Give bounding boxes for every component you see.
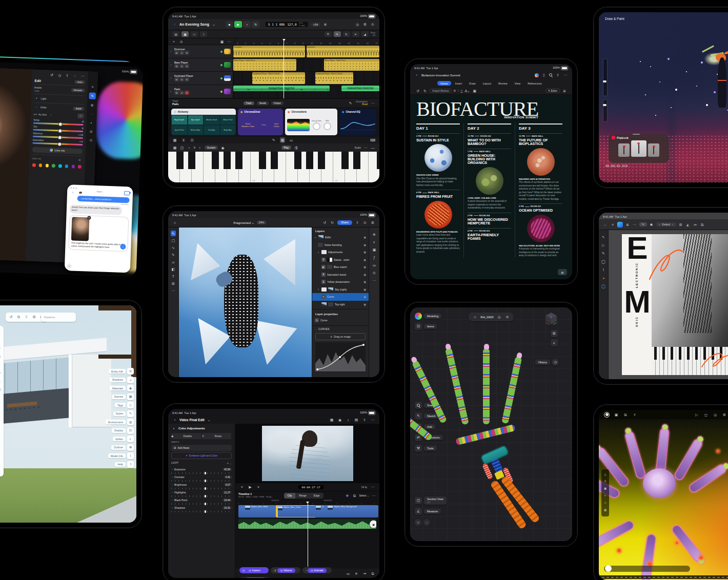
region-keys-2[interactable]: Keyboard Player - Block Chords	[315, 72, 353, 84]
more-icon[interactable]: ⋯	[370, 484, 375, 490]
confirm-icon[interactable]: ✓	[423, 519, 430, 526]
plugin-channel-eq[interactable]: ◉Channel EQ	[339, 109, 376, 135]
eye-icon[interactable]: ◉	[363, 273, 366, 276]
share-icon[interactable]: ⇧	[362, 417, 367, 423]
panel-button[interactable]: Soften	[113, 436, 134, 442]
duplicate-tool-icon[interactable]: ⧉	[325, 31, 332, 37]
export-icon[interactable]: ⇧	[355, 220, 360, 225]
track-row-drummer[interactable]: 1 Drummer MSR Drummer Drummer	[168, 45, 379, 58]
color-mix-button[interactable]: Color mix	[32, 147, 83, 154]
more-icon[interactable]: ⋯	[227, 39, 232, 45]
draft-text[interactable]: This might be the one! I made some quick…	[71, 241, 125, 250]
plugin-chromaverb[interactable]: ◉ChromaVerb Decay Time Wet	[285, 109, 337, 135]
heal-icon[interactable]: ◌	[89, 111, 94, 116]
undo-icon[interactable]: ↺	[322, 220, 327, 225]
duplicate-icon[interactable]: ⧉	[700, 222, 705, 227]
settings-icon[interactable]: ⚙	[31, 315, 37, 320]
robotic-hand-model[interactable]	[434, 340, 552, 494]
track-row-pads[interactable]: 4 Pads MSR Keyboard Player - Simple Pad …	[168, 85, 379, 98]
more-icon[interactable]: ⋯	[372, 278, 377, 283]
fill-color-swatch[interactable]: ●	[601, 275, 606, 281]
photoshop-screen[interactable]: 9:41 AM Tue 1 Apr 100% ⌂ Fragmented ⌄ 24…	[168, 211, 379, 377]
track-row-bass[interactable]: 2 Bass Player MSR Bass Player - Indie Di…	[168, 58, 379, 72]
eraser-tool[interactable]: ▱	[171, 259, 176, 265]
panel-button[interactable]: Entity Info	[109, 368, 134, 375]
timeline-zoom[interactable]: 74 %	[361, 486, 367, 489]
search-icon[interactable]	[415, 402, 422, 409]
eye-icon[interactable]: ◉	[363, 295, 366, 298]
color-channel-dot[interactable]	[71, 164, 75, 168]
shape-tool[interactable]: ◯	[601, 259, 606, 264]
cycle-button[interactable]: ↻	[252, 21, 259, 28]
chevron-down-icon[interactable]: ⌄	[211, 22, 216, 27]
undo-icon[interactable]: ↺	[415, 88, 420, 94]
bw-toggle[interactable]: B&W	[73, 107, 84, 111]
back-icon[interactable]: ‹	[70, 189, 75, 195]
flip-icon[interactable]: ◭	[685, 222, 691, 227]
alchemy-snapshot-cell[interactable]: Bright Synth	[171, 115, 188, 125]
mute-button[interactable]: M	[174, 64, 179, 68]
white-balance-row[interactable]: WB As shot ⌄ ∕	[33, 111, 84, 118]
ribbon-tab[interactable]: Layout	[480, 81, 494, 86]
brush-tool[interactable]: ⌇	[601, 267, 606, 273]
add-layer-icon[interactable]: ⊕	[372, 232, 377, 237]
panel-button-icon[interactable]	[127, 377, 134, 383]
shapr3d-screen[interactable]: Modeling ☷ Items ⌂ RH_0003 ◎ ⊖	[410, 307, 572, 541]
timeline-tool-button[interactable]: Inspect	[239, 567, 269, 573]
material-icon[interactable]: ◇	[603, 501, 608, 505]
word-screen[interactable]: 9:41 AM Tue 1 Apr 100% ‹ Biofacture Inno…	[410, 64, 572, 279]
plugin-chromaglow[interactable]: ◉ChromaGlow ModelModern Tube Drive Style…	[238, 109, 283, 135]
connect-clip-icon[interactable]: ✥	[345, 493, 350, 499]
color-slider[interactable]: ◔Shadows15.31	[171, 505, 232, 513]
affinity-screen[interactable]: 9:41 AM Tue 1 Apr 100% ← ≡ ≣ ⋯ ↖ ✱ ‹Defa…	[599, 213, 728, 379]
copilot-icon[interactable]	[535, 73, 539, 77]
loop-icon[interactable]: ◎	[713, 412, 718, 418]
open-icon[interactable]: ⧉	[15, 315, 22, 320]
panel-button[interactable]: Styles	[113, 410, 134, 417]
timeline-tool-button[interactable]: Volume	[271, 567, 300, 573]
measure-icon[interactable]: ∠	[415, 508, 422, 515]
masking-icon[interactable]: ◐	[89, 119, 94, 125]
arc-tool[interactable]: ◠	[0, 346, 2, 351]
properties-layer-row[interactable]: ✎Curve	[312, 317, 369, 324]
rect-tool[interactable]: ▭	[0, 355, 2, 359]
sync-icon[interactable]: ◎	[497, 314, 502, 320]
more-icon[interactable]: ⋯	[563, 72, 568, 78]
undo-icon[interactable]: ↺	[49, 72, 54, 78]
fade-tool-icon[interactable]: ◢	[361, 31, 369, 37]
camera-icon[interactable]: △	[603, 472, 608, 477]
add-track-icon[interactable]: +	[171, 39, 176, 45]
attachment-thumbnail[interactable]: ×	[71, 217, 90, 241]
eyedropper-icon[interactable]: ∕	[77, 113, 84, 118]
frame-thumbnail[interactable]	[618, 143, 630, 157]
solo-button[interactable]: S	[179, 77, 184, 81]
gradient-tool[interactable]: ◧	[171, 266, 176, 272]
mute-button[interactable]: M	[174, 91, 179, 95]
scrubber-knob[interactable]	[605, 565, 612, 572]
history-clock-icon[interactable]: ◷	[552, 359, 559, 366]
color-channel-dot[interactable]	[32, 163, 36, 167]
panel-button[interactable]: Display	[112, 427, 134, 434]
back-icon[interactable]: ‹	[172, 22, 177, 27]
edit-slider[interactable]: Tint0	[33, 125, 83, 132]
loop-browser-icon[interactable]: ◎	[355, 22, 360, 27]
color-slider[interactable]: ◔Contrast4.41	[171, 474, 232, 482]
record-enable-button[interactable]: R	[185, 91, 189, 95]
modeling-label[interactable]: Modeling	[424, 314, 441, 319]
color-channel-dot[interactable]	[39, 163, 43, 167]
document-pill[interactable]: ⌂ RH_0003 ◎ ⊖	[468, 313, 514, 321]
editors-icon[interactable]: ⌇	[200, 31, 207, 37]
lasso-tool[interactable]: ∿	[171, 245, 176, 251]
mute-button[interactable]: M	[174, 51, 179, 55]
font-name-select[interactable]: Antipol Medium	[430, 89, 452, 93]
mobile-view-icon[interactable]: ▯	[541, 72, 547, 78]
brush-size-slider[interactable]	[603, 58, 608, 96]
settings-icon[interactable]: ⚙	[722, 412, 727, 418]
share-button[interactable]: Share	[337, 220, 352, 225]
play-button[interactable]: ▶	[234, 21, 242, 28]
timeline-scrubber[interactable]	[604, 566, 690, 572]
procreate-canvas[interactable]: Draw & Paint Flipbook 00:00:03.019	[599, 12, 728, 182]
lcd-display[interactable]: 5 1 1 086 127,0 4/4C maj	[265, 21, 309, 28]
versions-icon[interactable]: ◷	[88, 137, 93, 142]
panel-button-icon[interactable]	[127, 410, 134, 417]
